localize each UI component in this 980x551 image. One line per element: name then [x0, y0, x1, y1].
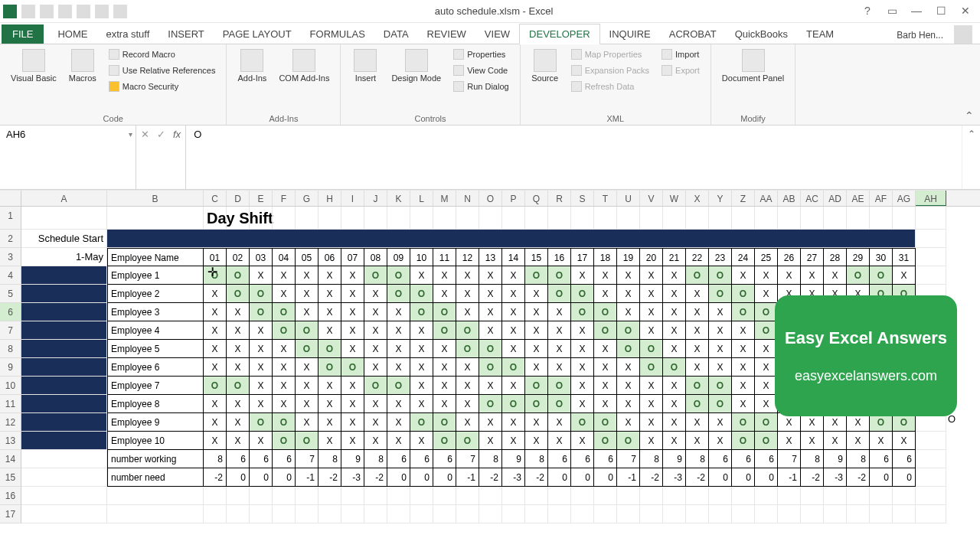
cell-emp1-day24[interactable]: X — [732, 266, 755, 285]
column-header-Z[interactable]: Z — [732, 191, 755, 206]
cell-day-label-28[interactable]: 28 — [824, 248, 847, 266]
ribbon-tab-quickbooks[interactable]: QuickBooks — [726, 24, 797, 44]
cell-working-day12[interactable]: 7 — [456, 450, 479, 468]
cell-need-day23[interactable]: 0 — [709, 468, 732, 487]
cell-working-day19[interactable]: 7 — [617, 450, 640, 468]
cell-need-day24[interactable]: 0 — [732, 468, 755, 487]
cell-G17[interactable] — [296, 505, 318, 523]
cell-emp5-day21[interactable]: X — [663, 340, 686, 358]
cell-emp5-day23[interactable]: X — [709, 340, 732, 358]
cell-J1[interactable] — [364, 207, 387, 230]
cell-emp5-day24[interactable]: X — [732, 340, 755, 358]
cell-emp5-day13[interactable]: O — [479, 340, 502, 358]
column-header-AA[interactable]: AA — [755, 191, 778, 206]
cell-T17[interactable] — [594, 505, 617, 523]
column-header-B[interactable]: B — [107, 191, 204, 206]
cell-emp6-day19[interactable]: X — [617, 358, 640, 377]
cell-day-label-14[interactable]: 14 — [502, 248, 525, 266]
column-header-J[interactable]: J — [364, 191, 387, 206]
cell-I17[interactable] — [341, 505, 364, 523]
cell-emp9-day15[interactable]: X — [525, 413, 548, 432]
cell-need-day17[interactable]: 0 — [571, 468, 594, 487]
cell-emp10-day21[interactable]: X — [663, 432, 686, 450]
cell-need-day29[interactable]: -2 — [847, 468, 870, 487]
cell-emp10-day15[interactable]: X — [525, 432, 548, 450]
cell-emp3-day16[interactable]: X — [548, 303, 571, 321]
cell-emp3-day14[interactable]: X — [502, 303, 525, 321]
cell-L1[interactable] — [410, 207, 433, 230]
cell-AH17[interactable] — [916, 505, 946, 523]
cell-emp4-day7[interactable]: X — [341, 321, 364, 340]
cell-need-day4[interactable]: 0 — [273, 468, 296, 487]
cell-emp8-day18[interactable]: X — [594, 395, 617, 413]
cell-employee-name-header[interactable]: Employee Name — [107, 248, 204, 266]
cell-emp6-day21[interactable]: O — [663, 358, 686, 377]
cell-A9[interactable] — [21, 358, 107, 377]
cell-emp7-day14[interactable]: X — [502, 377, 525, 395]
cell-emp2-day23[interactable]: O — [709, 285, 732, 303]
cell-emp10-day30[interactable]: X — [870, 432, 893, 450]
cell-emp10-day19[interactable]: O — [617, 432, 640, 450]
cell-AH4[interactable] — [916, 266, 946, 285]
cell-emp10-day25[interactable]: O — [755, 432, 778, 450]
row-header-12[interactable]: 12 — [0, 413, 21, 432]
cell-emp9-day7[interactable]: X — [341, 413, 364, 432]
cell-AH2[interactable] — [916, 230, 946, 248]
cell-employee-8-name[interactable]: Employee 8 — [107, 395, 204, 413]
cell-day-label-25[interactable]: 25 — [755, 248, 778, 266]
cell-Q16[interactable] — [525, 487, 548, 505]
design-mode-button[interactable]: Design Mode — [388, 47, 444, 84]
cell-emp5-day17[interactable]: X — [571, 340, 594, 358]
cell-emp4-day8[interactable]: X — [364, 321, 387, 340]
cell-emp3-day17[interactable]: O — [571, 303, 594, 321]
column-header-E[interactable]: E — [250, 191, 273, 206]
cell-emp2-day25[interactable]: X — [755, 285, 778, 303]
cell-P17[interactable] — [502, 505, 525, 523]
cell-working-day25[interactable]: 6 — [755, 450, 778, 468]
cell-A15[interactable] — [21, 468, 107, 487]
cell-AE16[interactable] — [847, 487, 870, 505]
cell-emp10-day2[interactable]: X — [227, 432, 250, 450]
cell-emp10-day7[interactable]: X — [341, 432, 364, 450]
cell-emp5-day18[interactable]: X — [594, 340, 617, 358]
qat-icon-2[interactable] — [95, 5, 109, 18]
cell-G1[interactable] — [296, 207, 318, 230]
cell-emp6-day7[interactable]: O — [341, 358, 364, 377]
cell-working-day9[interactable]: 6 — [387, 450, 410, 468]
cell-emp9-day12[interactable]: X — [456, 413, 479, 432]
cell-V16[interactable] — [640, 487, 663, 505]
cell-need-day1[interactable]: -2 — [204, 468, 227, 487]
cell-schedule-start-label[interactable]: Schedule Start — [21, 230, 107, 248]
visual-basic-button[interactable]: Visual Basic — [8, 47, 60, 84]
cell-emp1-day22[interactable]: O — [686, 266, 709, 285]
row-header-7[interactable]: 7 — [0, 321, 21, 340]
cell-day-label-04[interactable]: 04 — [273, 248, 296, 266]
cell-working-day2[interactable]: 6 — [227, 450, 250, 468]
cell-emp8-day9[interactable]: X — [387, 395, 410, 413]
cell-Q1[interactable] — [525, 207, 548, 230]
cell-emp10-day23[interactable]: X — [709, 432, 732, 450]
cell-day-label-11[interactable]: 11 — [433, 248, 456, 266]
column-header-H[interactable]: H — [318, 191, 341, 206]
cell-day-label-17[interactable]: 17 — [571, 248, 594, 266]
cell-emp10-day18[interactable]: O — [594, 432, 617, 450]
cell-emp9-day14[interactable]: X — [502, 413, 525, 432]
cell-emp9-day3[interactable]: O — [250, 413, 273, 432]
cell-working-day7[interactable]: 9 — [341, 450, 364, 468]
cell-day-shift-title[interactable]: Day Shift — [204, 207, 227, 230]
cell-emp8-day19[interactable]: X — [617, 395, 640, 413]
cell-emp2-day9[interactable]: O — [387, 285, 410, 303]
cell-AD17[interactable] — [824, 505, 847, 523]
cell-day-label-20[interactable]: 20 — [640, 248, 663, 266]
cell-emp10-day1[interactable]: X — [204, 432, 227, 450]
cell-emp3-day5[interactable]: X — [296, 303, 318, 321]
cell-need-day26[interactable]: -1 — [778, 468, 801, 487]
close-icon[interactable]: ✕ — [959, 5, 972, 18]
cell-emp2-day14[interactable]: X — [502, 285, 525, 303]
cell-emp4-day18[interactable]: O — [594, 321, 617, 340]
cell-emp8-day12[interactable]: X — [456, 395, 479, 413]
cell-emp8-day23[interactable]: O — [709, 395, 732, 413]
column-header-AB[interactable]: AB — [778, 191, 801, 206]
cell-emp4-day1[interactable]: X — [204, 321, 227, 340]
cell-AA1[interactable] — [755, 207, 778, 230]
